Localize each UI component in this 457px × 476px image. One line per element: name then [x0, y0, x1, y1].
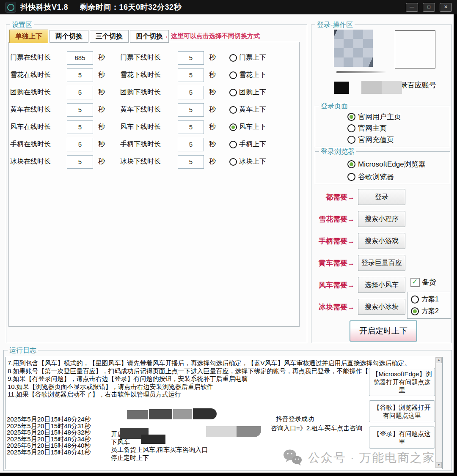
stock-checkbox[interactable]: 备货 [410, 277, 436, 287]
mode-radio[interactable]: 手柄上下 [229, 140, 266, 149]
radio-icon [347, 173, 355, 181]
log-instruction-line: 8.如果账号【第一次登巨量百应】，扫码成功后记得页面上点一下进入巨量百应，选择下… [8, 367, 432, 375]
log-instruction-line: 7.用到包含【风车】模式的，【星图风车】请先带着风车开播后，再选择勾选后确定，【… [8, 359, 432, 367]
censored-block [361, 81, 402, 94]
offline-duration-input[interactable]: 5 [178, 51, 204, 65]
login-page-option[interactable]: 官网用户主页 [347, 111, 457, 123]
online-duration-input[interactable]: 5 [67, 86, 93, 99]
action-button[interactable]: 选择小风车 [358, 277, 405, 293]
offline-duration-input[interactable]: 5 [178, 86, 204, 99]
online-duration-input[interactable]: 5 [67, 138, 93, 151]
tab-switch-mode[interactable]: 两个切换 [50, 30, 88, 43]
seconds-unit-label: 秒 [93, 140, 120, 149]
mode-radio[interactable]: 雪花上下 [229, 71, 266, 79]
action-button[interactable]: 搜索小冰块 [358, 299, 405, 315]
app-logo-icon [5, 2, 16, 13]
censored-block [193, 408, 217, 419]
offline-duration-input[interactable]: 5 [178, 120, 204, 134]
minimize-button[interactable]: — [406, 3, 418, 12]
seconds-unit-label: 秒 [204, 140, 229, 149]
seconds-unit-label: 秒 [204, 71, 229, 79]
radio-icon [347, 113, 355, 121]
close-button[interactable]: ✕ [440, 3, 452, 12]
online-duration-input[interactable]: 5 [67, 68, 93, 82]
account-avatar-image [334, 30, 373, 67]
login-browser-option[interactable]: MicrosoftEdge浏览器 [347, 158, 457, 170]
plan-option[interactable]: 方案1 [411, 294, 451, 304]
mode-radio[interactable]: 风车上下 [229, 123, 266, 131]
login-page-option-label: 官网充值页 [358, 135, 394, 145]
censored-block [206, 426, 237, 437]
online-duration-input[interactable]: 685 [67, 51, 93, 65]
login-browser-option[interactable]: 谷歌浏览器 [347, 170, 457, 183]
online-duration-label: 雪花在线时长 [10, 71, 67, 79]
online-duration-input[interactable]: 5 [67, 155, 93, 169]
radio-icon [229, 89, 237, 96]
duration-form: 门票在线时长 685 秒 门票下线时长 5 秒 门票上下 雪花在线时长 5 秒 [10, 49, 266, 170]
need-label: 雪花需要→ [319, 214, 355, 224]
online-duration-input[interactable]: 5 [67, 120, 93, 134]
action-button[interactable]: 登录 [358, 189, 405, 205]
offline-duration-input[interactable]: 5 [178, 103, 204, 117]
watermark-text: 公众号 · 万能电商之家 [308, 450, 435, 466]
seconds-unit-label: 秒 [93, 88, 120, 97]
censored-block [237, 426, 261, 437]
mode-radio[interactable]: 门票上下 [229, 53, 266, 62]
offline-duration-label: 冰块下线时长 [120, 157, 178, 166]
action-button[interactable]: 搜索小游戏 [358, 233, 405, 249]
action-button[interactable]: 搜索小程序 [358, 211, 405, 227]
mode-radio[interactable]: 冰块上下 [229, 157, 266, 166]
offline-duration-label: 手柄下线时长 [120, 140, 178, 149]
offline-duration-input[interactable]: 5 [178, 138, 204, 151]
help-button[interactable]: 【登录】有问题点这里 [369, 427, 435, 449]
mode-radio[interactable]: 黄车上下 [229, 105, 266, 114]
qr-code-box [395, 30, 435, 68]
plan-option[interactable]: 方案2 [411, 306, 451, 316]
login-page-option[interactable]: 官网充值页 [347, 134, 457, 145]
radio-icon [411, 295, 419, 304]
remaining-time-label: 剩余时间：16天0时32分32秒 [80, 2, 182, 12]
mode-radio-label: 团购上下 [239, 88, 266, 97]
online-duration-label: 手柄在线时长 [10, 140, 67, 149]
start-timer-button[interactable]: 开启定时上下 [350, 320, 417, 342]
offline-duration-input[interactable]: 5 [178, 68, 204, 82]
log-timestamp: 2025年5月20日15时48分41秒 [7, 449, 91, 456]
setting-row: 黄车在线时长 5 秒 黄车下线时长 5 秒 黄车上下 [10, 101, 266, 118]
need-label: 风车需要→ [319, 280, 355, 290]
login-page-option[interactable]: 官网主页 [347, 123, 457, 134]
titlebar: 抖快科技V1.8 剩余时间：16天0时32分32秒 — □ ✕ [0, 0, 457, 14]
radio-icon [229, 106, 237, 114]
offline-duration-input[interactable]: 5 [178, 155, 204, 169]
radio-icon [229, 71, 237, 79]
log-event-line: 停止定时上下 [111, 454, 208, 462]
mode-radio[interactable]: 团购上下 [229, 88, 266, 97]
action-button[interactable]: 登录巨量百应 [358, 255, 405, 271]
help-buttons: 【MicrosoftEdge】浏览器打开有问题点这里 【谷歌】浏览器打开有问题点… [369, 368, 435, 449]
censored-block [173, 409, 192, 419]
help-button[interactable]: 【MicrosoftEdge】浏览器打开有问题点这里 [369, 368, 435, 396]
login-page-options: 官网用户主页 官网主页 官网充值页 [347, 111, 457, 145]
seconds-unit-label: 秒 [204, 53, 229, 62]
setting-row: 门票在线时长 685 秒 门票下线时长 5 秒 门票上下 [10, 49, 266, 66]
seconds-unit-label: 秒 [93, 105, 120, 114]
action-row: 都需要→ 登录 [308, 186, 405, 208]
plan-options-box: 方案1 方案2 [407, 292, 451, 319]
help-button[interactable]: 【谷歌】浏览器打开有问题点这里 [369, 400, 435, 422]
scroll-up-icon[interactable]: ▲ [436, 357, 442, 363]
login-browser-options: MicrosoftEdge浏览器 谷歌浏览器 [347, 158, 457, 183]
tab-switch-mode[interactable]: 单独上下 [9, 30, 48, 43]
seconds-unit-label: 秒 [204, 105, 229, 114]
log-timestamp: 2025年5月20日15时48分32秒 [7, 429, 91, 436]
switch-mode-tabs: 单独上下 两个切换 三个切换 四个切换 [9, 30, 170, 43]
radio-icon [347, 136, 355, 144]
radio-icon [229, 54, 237, 62]
offline-duration-label: 团购下线时长 [120, 88, 178, 97]
radio-icon [229, 123, 237, 131]
online-duration-input[interactable]: 5 [67, 103, 93, 117]
scroll-down-icon[interactable]: ▼ [436, 462, 442, 468]
tab-switch-mode[interactable]: 三个切换 [90, 30, 129, 43]
radio-icon [411, 307, 419, 315]
login-page-group: 登录页面 官网用户主页 官网主页 官网充值页 [315, 106, 450, 147]
maximize-button[interactable]: □ [423, 3, 435, 12]
log-scrollbar[interactable]: ▲ ▼ [435, 357, 442, 468]
